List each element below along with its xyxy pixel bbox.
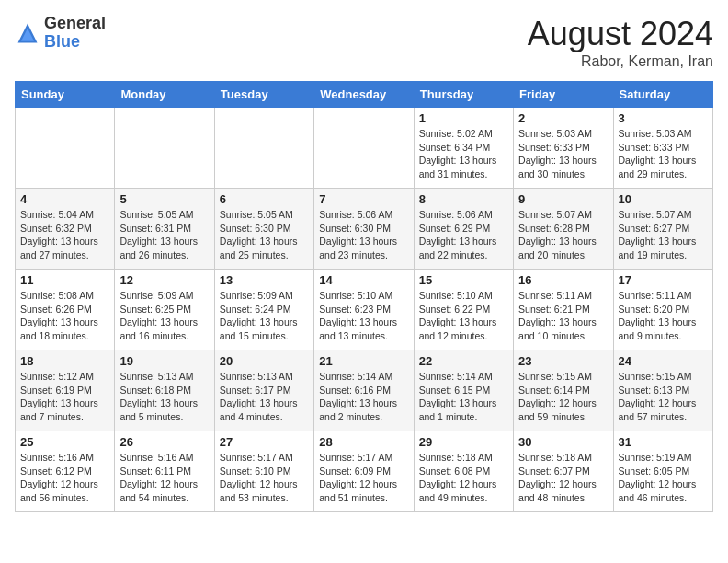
day-number: 26: [119, 435, 209, 449]
day-number: 18: [20, 354, 109, 368]
page-header: General Blue August 2024 Rabor, Kerman, …: [15, 15, 713, 70]
calendar-table: SundayMondayTuesdayWednesdayThursdayFrid…: [15, 81, 713, 512]
day-number: 16: [518, 273, 608, 287]
day-info: Sunrise: 5:18 AM Sunset: 6:08 PM Dayligh…: [419, 451, 508, 505]
calendar-cell: 16Sunrise: 5:11 AM Sunset: 6:21 PM Dayli…: [514, 270, 613, 350]
calendar-cell: 7Sunrise: 5:06 AM Sunset: 6:30 PM Daylig…: [314, 189, 414, 270]
calendar-cell: 26Sunrise: 5:16 AM Sunset: 6:11 PM Dayli…: [115, 431, 214, 512]
day-info: Sunrise: 5:13 AM Sunset: 6:17 PM Dayligh…: [220, 370, 309, 424]
calendar-cell: 30Sunrise: 5:18 AM Sunset: 6:07 PM Dayli…: [514, 431, 613, 512]
calendar-cell: 15Sunrise: 5:10 AM Sunset: 6:22 PM Dayli…: [414, 270, 513, 350]
calendar-week-5: 25Sunrise: 5:16 AM Sunset: 6:12 PM Dayli…: [16, 431, 713, 512]
calendar-cell: 22Sunrise: 5:14 AM Sunset: 6:15 PM Dayli…: [414, 350, 513, 431]
day-info: Sunrise: 5:06 AM Sunset: 6:29 PM Dayligh…: [419, 208, 508, 262]
calendar-cell: 20Sunrise: 5:13 AM Sunset: 6:17 PM Dayli…: [214, 350, 313, 431]
day-header-tuesday: Tuesday: [214, 82, 313, 108]
day-number: 23: [518, 354, 608, 368]
calendar-week-2: 4Sunrise: 5:04 AM Sunset: 6:32 PM Daylig…: [16, 189, 713, 270]
day-info: Sunrise: 5:07 AM Sunset: 6:28 PM Dayligh…: [518, 208, 608, 262]
day-number: 6: [220, 192, 309, 206]
day-info: Sunrise: 5:03 AM Sunset: 6:33 PM Dayligh…: [619, 127, 708, 181]
calendar-week-3: 11Sunrise: 5:08 AM Sunset: 6:26 PM Dayli…: [16, 270, 713, 350]
day-header-wednesday: Wednesday: [314, 82, 414, 108]
day-header-monday: Monday: [115, 82, 214, 108]
logo-blue-text: Blue: [44, 32, 80, 51]
calendar-cell: 12Sunrise: 5:09 AM Sunset: 6:25 PM Dayli…: [115, 270, 214, 350]
calendar-cell: 17Sunrise: 5:11 AM Sunset: 6:20 PM Dayli…: [613, 270, 712, 350]
day-number: 4: [20, 192, 109, 206]
day-number: 19: [119, 354, 209, 368]
day-header-thursday: Thursday: [414, 82, 513, 108]
day-number: 9: [518, 192, 608, 206]
calendar-cell: 18Sunrise: 5:12 AM Sunset: 6:19 PM Dayli…: [16, 350, 115, 431]
day-number: 3: [619, 111, 708, 125]
day-header-sunday: Sunday: [16, 82, 115, 108]
day-number: 17: [619, 273, 708, 287]
day-info: Sunrise: 5:08 AM Sunset: 6:26 PM Dayligh…: [20, 289, 109, 343]
day-number: 14: [319, 273, 408, 287]
day-info: Sunrise: 5:11 AM Sunset: 6:20 PM Dayligh…: [619, 289, 708, 343]
calendar-cell: 24Sunrise: 5:15 AM Sunset: 6:13 PM Dayli…: [613, 350, 712, 431]
day-info: Sunrise: 5:09 AM Sunset: 6:24 PM Dayligh…: [220, 289, 309, 343]
day-number: 25: [20, 435, 109, 449]
day-header-saturday: Saturday: [613, 82, 712, 108]
day-info: Sunrise: 5:03 AM Sunset: 6:33 PM Dayligh…: [518, 127, 608, 181]
day-info: Sunrise: 5:17 AM Sunset: 6:09 PM Dayligh…: [319, 451, 408, 505]
calendar-cell: 6Sunrise: 5:05 AM Sunset: 6:30 PM Daylig…: [214, 189, 313, 270]
calendar-cell: 31Sunrise: 5:19 AM Sunset: 6:05 PM Dayli…: [613, 431, 712, 512]
calendar-cell: 28Sunrise: 5:17 AM Sunset: 6:09 PM Dayli…: [314, 431, 414, 512]
calendar-cell: 8Sunrise: 5:06 AM Sunset: 6:29 PM Daylig…: [414, 189, 513, 270]
day-info: Sunrise: 5:15 AM Sunset: 6:13 PM Dayligh…: [619, 370, 708, 424]
calendar-cell: 4Sunrise: 5:04 AM Sunset: 6:32 PM Daylig…: [16, 189, 115, 270]
day-info: Sunrise: 5:10 AM Sunset: 6:23 PM Dayligh…: [319, 289, 408, 343]
day-info: Sunrise: 5:11 AM Sunset: 6:21 PM Dayligh…: [518, 289, 608, 343]
day-number: 7: [319, 192, 408, 206]
location-subtitle: Rabor, Kerman, Iran: [528, 53, 713, 70]
day-number: 10: [619, 192, 708, 206]
day-number: 12: [119, 273, 209, 287]
day-info: Sunrise: 5:17 AM Sunset: 6:10 PM Dayligh…: [220, 451, 309, 505]
calendar-cell: 5Sunrise: 5:05 AM Sunset: 6:31 PM Daylig…: [115, 189, 214, 270]
calendar-cell: 3Sunrise: 5:03 AM Sunset: 6:33 PM Daylig…: [613, 108, 712, 189]
day-number: 29: [419, 435, 508, 449]
day-info: Sunrise: 5:16 AM Sunset: 6:11 PM Dayligh…: [119, 451, 209, 505]
calendar-header: SundayMondayTuesdayWednesdayThursdayFrid…: [16, 82, 713, 108]
day-number: 30: [518, 435, 608, 449]
day-info: Sunrise: 5:16 AM Sunset: 6:12 PM Dayligh…: [20, 451, 109, 505]
calendar-cell: 21Sunrise: 5:14 AM Sunset: 6:16 PM Dayli…: [314, 350, 414, 431]
title-block: August 2024 Rabor, Kerman, Iran: [528, 15, 713, 70]
day-number: 13: [220, 273, 309, 287]
day-info: Sunrise: 5:06 AM Sunset: 6:30 PM Dayligh…: [319, 208, 408, 262]
day-number: 22: [419, 354, 508, 368]
day-info: Sunrise: 5:09 AM Sunset: 6:25 PM Dayligh…: [119, 289, 209, 343]
day-info: Sunrise: 5:02 AM Sunset: 6:34 PM Dayligh…: [419, 127, 508, 181]
calendar-week-1: 1Sunrise: 5:02 AM Sunset: 6:34 PM Daylig…: [16, 108, 713, 189]
day-number: 31: [619, 435, 708, 449]
day-number: 5: [119, 192, 209, 206]
day-number: 2: [518, 111, 608, 125]
day-info: Sunrise: 5:19 AM Sunset: 6:05 PM Dayligh…: [619, 451, 708, 505]
day-number: 11: [20, 273, 109, 287]
day-number: 15: [419, 273, 508, 287]
day-info: Sunrise: 5:05 AM Sunset: 6:31 PM Dayligh…: [119, 208, 209, 262]
month-title: August 2024: [528, 15, 713, 53]
logo-text: General Blue: [44, 15, 106, 52]
calendar-cell: [16, 108, 115, 189]
day-number: 20: [220, 354, 309, 368]
calendar-cell: 27Sunrise: 5:17 AM Sunset: 6:10 PM Dayli…: [214, 431, 313, 512]
calendar-week-4: 18Sunrise: 5:12 AM Sunset: 6:19 PM Dayli…: [16, 350, 713, 431]
calendar-cell: 14Sunrise: 5:10 AM Sunset: 6:23 PM Dayli…: [314, 270, 414, 350]
day-header-friday: Friday: [514, 82, 613, 108]
day-header-row: SundayMondayTuesdayWednesdayThursdayFrid…: [16, 82, 713, 108]
calendar-cell: 19Sunrise: 5:13 AM Sunset: 6:18 PM Dayli…: [115, 350, 214, 431]
day-number: 28: [319, 435, 408, 449]
calendar-cell: 1Sunrise: 5:02 AM Sunset: 6:34 PM Daylig…: [414, 108, 513, 189]
day-number: 27: [220, 435, 309, 449]
calendar-cell: 13Sunrise: 5:09 AM Sunset: 6:24 PM Dayli…: [214, 270, 313, 350]
day-number: 24: [619, 354, 708, 368]
day-info: Sunrise: 5:04 AM Sunset: 6:32 PM Dayligh…: [20, 208, 109, 262]
logo: General Blue: [15, 15, 106, 52]
day-info: Sunrise: 5:14 AM Sunset: 6:15 PM Dayligh…: [419, 370, 508, 424]
day-info: Sunrise: 5:13 AM Sunset: 6:18 PM Dayligh…: [119, 370, 209, 424]
day-info: Sunrise: 5:05 AM Sunset: 6:30 PM Dayligh…: [220, 208, 309, 262]
